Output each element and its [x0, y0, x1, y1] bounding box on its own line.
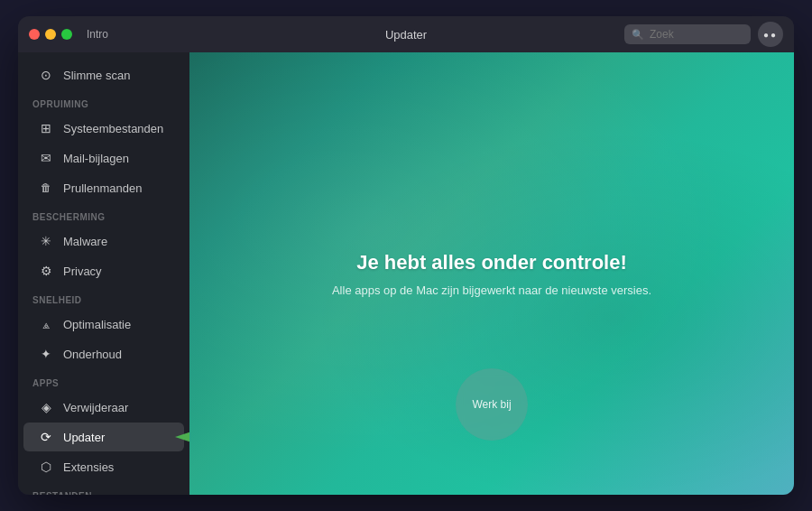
- sidebar-item-malware[interactable]: Malware: [23, 227, 184, 256]
- window-title: Updater: [385, 28, 427, 42]
- remove-icon: [38, 399, 54, 415]
- titlebar: Intro Updater 🔍 ●●: [18, 16, 794, 52]
- sidebar-item-mail-bijlagen[interactable]: Mail-bijlagen: [23, 144, 184, 172]
- sidebar-item-slimme-scan[interactable]: Slimme scan: [23, 60, 184, 89]
- sidebar-item-systeembestanden[interactable]: Systeembestanden: [23, 114, 184, 143]
- sidebar-item-extensies[interactable]: Extensies: [23, 452, 184, 481]
- titlebar-right: 🔍 ●●: [624, 22, 783, 47]
- section-label-opruiming: Opruiming: [18, 90, 189, 113]
- update-icon: [38, 429, 54, 445]
- more-options-button[interactable]: ●●: [758, 22, 783, 47]
- sidebar-item-prullenmanden[interactable]: Prullenmanden: [23, 173, 184, 202]
- sidebar-item-updater[interactable]: Updater: [23, 423, 184, 451]
- sidebar-label-extensies: Extensies: [63, 460, 114, 474]
- section-label-apps: Apps: [18, 369, 189, 392]
- minimize-button[interactable]: [45, 29, 56, 40]
- app-window: Intro Updater 🔍 ●● Slimme scan Opruiming: [18, 16, 794, 495]
- scan-icon: [38, 67, 54, 83]
- sidebar-label-onderhoud: Onderhoud: [63, 348, 122, 361]
- trash-icon: [38, 180, 54, 196]
- content-center: Je hebt alles onder controle! Alle apps …: [332, 251, 651, 297]
- sidebar-item-onderhoud[interactable]: Onderhoud: [23, 339, 184, 368]
- search-wrapper: 🔍: [624, 24, 751, 44]
- arrow-indicator: [171, 428, 189, 446]
- werk-bij-label: Werk bij: [472, 398, 511, 411]
- system-icon: [38, 120, 54, 136]
- main-title: Je hebt alles onder controle!: [332, 251, 651, 274]
- sidebar-label-systeembestanden: Systeembestanden: [63, 122, 163, 135]
- close-button[interactable]: [29, 29, 40, 40]
- section-label-snelheid: Snelheid: [18, 286, 189, 309]
- sidebar-item-verwijderaar[interactable]: Verwijderaar: [23, 393, 184, 422]
- sidebar-label-updater: Updater: [63, 431, 105, 444]
- main-panel: Je hebt alles onder controle! Alle apps …: [189, 52, 794, 495]
- sidebar-label-prullenmanden: Prullenmanden: [63, 181, 142, 195]
- traffic-lights: [29, 29, 72, 40]
- sidebar-item-privacy[interactable]: Privacy: [23, 256, 184, 285]
- maint-icon: [38, 346, 54, 362]
- werk-bij-button[interactable]: Werk bij: [456, 368, 528, 441]
- dots-icon: ●●: [763, 30, 778, 40]
- malware-icon: [38, 233, 54, 249]
- sidebar: Slimme scan Opruiming Systeembestanden M…: [18, 52, 189, 495]
- main-content: Slimme scan Opruiming Systeembestanden M…: [18, 52, 794, 495]
- maximize-button[interactable]: [61, 29, 72, 40]
- optim-icon: [38, 316, 54, 332]
- sidebar-label-privacy: Privacy: [63, 265, 102, 278]
- sidebar-label-optimalisatie: Optimalisatie: [63, 318, 131, 331]
- section-label-bestanden: Bestanden: [18, 482, 189, 495]
- svg-marker-0: [175, 430, 189, 444]
- main-subtitle: Alle apps op de Mac zijn bijgewerkt naar…: [332, 283, 651, 297]
- sidebar-item-optimalisatie[interactable]: Optimalisatie: [23, 310, 184, 339]
- back-label: Intro: [87, 28, 108, 41]
- ext-icon: [38, 459, 54, 475]
- sidebar-label-verwijderaar: Verwijderaar: [63, 401, 128, 414]
- sidebar-label-mail-bijlagen: Mail-bijlagen: [63, 152, 129, 165]
- nav-back[interactable]: Intro: [87, 28, 108, 41]
- sidebar-label-slimme-scan: Slimme scan: [63, 69, 130, 82]
- privacy-icon: [38, 263, 54, 279]
- search-input[interactable]: [624, 24, 751, 44]
- mail-icon: [38, 150, 54, 166]
- section-label-bescherming: Bescherming: [18, 203, 189, 226]
- sidebar-label-malware: Malware: [63, 235, 107, 248]
